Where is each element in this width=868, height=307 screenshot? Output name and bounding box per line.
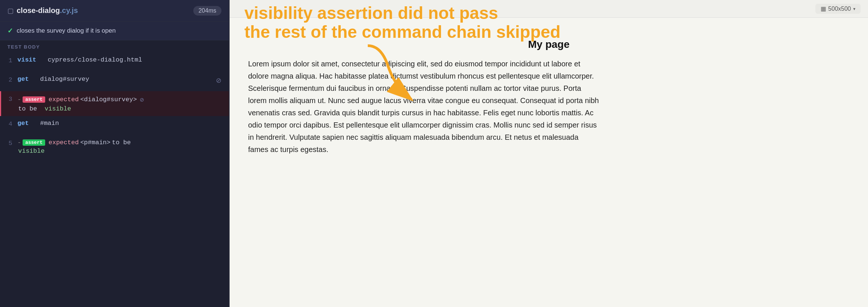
preview-content: My page Lorem ipsum dolor sit amet, cons… (230, 18, 868, 307)
get-keyword-4: get (17, 120, 29, 127)
viewport-label: 500x500 (828, 6, 851, 12)
selector-3: <dialog#survey> (80, 96, 137, 103)
filename-base: close-dialog (17, 6, 60, 14)
skip-icon-3: ⊘ (140, 95, 144, 104)
line-num-1: 1 (9, 56, 17, 64)
header-bar: ▢ close-dialog.cy.js 204ms (0, 0, 229, 22)
visible-5: visible (18, 148, 44, 155)
visit-keyword: visit (17, 56, 36, 63)
command-row-3[interactable]: 3 - assert expected <dialog#survey> ⊘ to… (0, 91, 229, 116)
line-num-3: 3 (9, 95, 17, 103)
command-row-2[interactable]: 2 get dialog#survey ⊘ (0, 72, 229, 91)
get-arg-4: #main (40, 120, 59, 127)
test-body-label: TEST BODY (0, 40, 229, 53)
line-num-5: 5 (9, 139, 17, 147)
right-panel: ▦ 500x500 ▾ visibility assertion did not… (230, 0, 868, 307)
preview-body: Lorem ipsum dolor sit amet, consectetur … (248, 58, 600, 156)
selector-5: <p#main> (80, 139, 111, 146)
get-keyword-2: get (17, 76, 29, 83)
line-num-4: 4 (9, 120, 17, 128)
command-content-4: get #main (17, 120, 221, 127)
test-body-section: TEST BODY 1 visit cypress/close-dialog.h… (0, 40, 229, 307)
expected-text-3: expected (49, 96, 79, 103)
filename: close-dialog.cy.js (17, 6, 78, 15)
viewport-caret-icon: ▾ (853, 6, 855, 11)
visible-3: visible (44, 105, 71, 112)
assert-badge-error: assert (23, 96, 45, 103)
command-content-2: get dialog#survey (17, 76, 213, 83)
assert-badge-success: assert (23, 139, 45, 146)
error-message-overlay: visibility assertion did not pass the re… (244, 4, 561, 41)
test-label: closes the survey dialog if it is open (17, 27, 116, 34)
filename-ext: .cy.js (60, 6, 78, 14)
viewport-icon: ▦ (821, 5, 826, 12)
command-content-1: visit cypress/close-dialog.html (17, 56, 221, 63)
header-left: ▢ close-dialog.cy.js (7, 6, 78, 15)
left-panel: ▢ close-dialog.cy.js 204ms ✓ closes the … (0, 0, 230, 307)
error-line1: visibility assertion did not pass (244, 4, 561, 23)
expected-text-5: expected (49, 139, 79, 146)
file-icon: ▢ (7, 7, 14, 15)
to-be-5: to be (112, 139, 131, 146)
command-row-5[interactable]: 5 - assert expected <p#main> to be visib… (0, 135, 229, 158)
line-num-2: 2 (9, 76, 17, 83)
skip-icon-2: ⊘ (216, 76, 221, 85)
error-line2: the rest of the command chain skipped (244, 23, 561, 42)
command-content-5: - assert expected <p#main> to be visible (17, 139, 221, 155)
viewport-size-button[interactable]: ▦ 500x500 ▾ (815, 4, 861, 14)
command-row-1[interactable]: 1 visit cypress/close-dialog.html (0, 53, 229, 72)
test-item[interactable]: ✓ closes the survey dialog if it is open (0, 22, 229, 40)
check-icon: ✓ (7, 27, 13, 35)
command-content-3: - assert expected <dialog#survey> ⊘ to b… (17, 95, 221, 112)
get-arg-2: dialog#survey (40, 76, 89, 83)
duration-badge: 204ms (193, 6, 221, 16)
command-row-4[interactable]: 4 get #main (0, 116, 229, 135)
to-be-3: to be (18, 105, 37, 112)
visit-arg: cypress/close-dialog.html (48, 56, 142, 63)
